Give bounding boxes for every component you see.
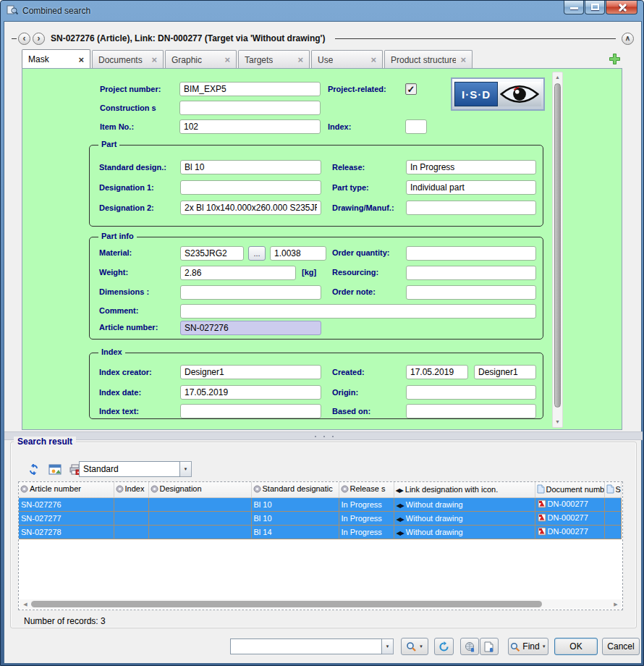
table-horizontal-scrollbar[interactable]: ◀ ▶ xyxy=(20,599,622,609)
refresh-results-button[interactable] xyxy=(25,461,41,477)
maximize-button[interactable] xyxy=(585,1,605,14)
column-header-s[interactable]: S xyxy=(604,482,621,497)
resourcing-input[interactable] xyxy=(406,266,536,280)
tab-use[interactable]: Use × xyxy=(311,50,383,69)
cancel-button[interactable]: Cancel xyxy=(602,638,640,655)
column-header-standard-designation[interactable]: Standard designatic xyxy=(251,482,339,497)
comment-input[interactable] xyxy=(180,304,536,319)
cell-s[interactable] xyxy=(604,511,621,525)
material-number-input[interactable] xyxy=(270,246,326,261)
cell-article-number[interactable]: SN-027276 xyxy=(19,497,114,511)
form-vertical-scrollbar[interactable]: ▲ ▼ xyxy=(552,72,563,428)
table-row[interactable]: SN-027278 Bl 14 In Progress ◀▶Without dr… xyxy=(19,525,621,539)
drawing-manuf-input[interactable] xyxy=(406,201,536,215)
scrollbar-thumb[interactable] xyxy=(31,601,542,607)
preset-dropdown-button[interactable]: ▼ xyxy=(180,461,192,477)
cell-release[interactable]: In Progress xyxy=(339,511,394,525)
index-creator-input[interactable] xyxy=(180,365,321,379)
cell-document-number[interactable]: DN-000277 xyxy=(535,497,604,511)
find-button[interactable]: Find ▼ xyxy=(508,638,548,655)
cell-designation[interactable] xyxy=(148,511,251,525)
column-header-index[interactable]: Index xyxy=(114,482,148,497)
column-header-link-designation[interactable]: ◀▶Link designation with icon. xyxy=(394,482,535,497)
standard-design-input[interactable] xyxy=(180,160,321,174)
show-result-window-button[interactable] xyxy=(47,461,63,477)
tab-close-icon[interactable]: × xyxy=(293,54,303,65)
tab-close-icon[interactable]: × xyxy=(366,54,376,65)
search-settings-button[interactable]: ▼ xyxy=(401,638,428,655)
release-input[interactable] xyxy=(406,160,536,174)
scroll-down-icon[interactable]: ▼ xyxy=(553,417,562,427)
order-note-input[interactable] xyxy=(406,285,536,300)
tab-documents[interactable]: Documents × xyxy=(92,50,164,69)
cell-standard-designation[interactable]: Bl 14 xyxy=(251,525,339,539)
collapse-button[interactable]: ∧ xyxy=(622,33,634,45)
scroll-up-icon[interactable]: ▲ xyxy=(553,72,562,83)
column-header-article-number[interactable]: Article number xyxy=(19,482,114,497)
item-no-input[interactable] xyxy=(179,119,321,134)
table-row[interactable]: SN-027276 Bl 10 In Progress ◀▶Without dr… xyxy=(19,497,621,511)
load-settings-button[interactable] xyxy=(460,638,479,655)
save-settings-button[interactable] xyxy=(480,638,499,655)
title-bar[interactable]: Combined search xyxy=(1,1,643,21)
nav-back-button[interactable]: ‹ xyxy=(18,33,30,45)
tab-close-icon[interactable]: × xyxy=(456,54,466,65)
refresh-button[interactable] xyxy=(434,638,454,655)
cell-index[interactable] xyxy=(114,497,148,511)
column-header-designation[interactable]: Designation xyxy=(148,482,251,497)
cell-release[interactable]: In Progress xyxy=(339,525,394,539)
cell-link-designation[interactable]: ◀▶Without drawing xyxy=(394,511,535,525)
cell-link-designation[interactable]: ◀▶Without drawing xyxy=(394,497,535,511)
close-button[interactable] xyxy=(606,1,637,14)
tab-product-structure[interactable]: Product structure × xyxy=(384,50,473,69)
column-header-release[interactable]: Release s xyxy=(339,482,394,497)
tab-close-icon[interactable]: × xyxy=(220,54,230,65)
cell-designation[interactable] xyxy=(148,525,251,539)
index-input[interactable] xyxy=(405,119,427,134)
project-number-input[interactable] xyxy=(179,82,321,96)
cell-article-number[interactable]: SN-027277 xyxy=(19,511,114,525)
designation2-input[interactable] xyxy=(180,201,321,215)
footer-combo-dropdown-button[interactable]: ▼ xyxy=(382,638,394,654)
tab-close-icon[interactable]: × xyxy=(147,54,157,65)
cell-index[interactable] xyxy=(114,525,148,539)
cell-document-number[interactable]: DN-000277 xyxy=(535,525,604,539)
cell-release[interactable]: In Progress xyxy=(339,497,394,511)
add-tab-button[interactable] xyxy=(609,53,621,65)
material-input[interactable] xyxy=(180,246,244,261)
weight-input[interactable] xyxy=(180,266,296,280)
cell-standard-designation[interactable]: Bl 10 xyxy=(251,497,339,511)
ok-button[interactable]: OK xyxy=(554,638,598,655)
result-view-preset-input[interactable] xyxy=(79,461,180,477)
material-browse-button[interactable]: ... xyxy=(248,246,266,261)
designation1-input[interactable] xyxy=(180,180,321,195)
index-date-input[interactable] xyxy=(180,385,321,400)
part-type-input[interactable] xyxy=(406,180,536,195)
created-by-input[interactable] xyxy=(474,365,536,379)
origin-input[interactable] xyxy=(406,385,536,400)
construction-input[interactable] xyxy=(179,101,321,115)
cell-article-number[interactable]: SN-027278 xyxy=(19,525,114,539)
scrollbar-thumb[interactable] xyxy=(554,83,561,408)
nav-forward-button[interactable]: › xyxy=(33,33,45,45)
footer-combo-input[interactable] xyxy=(230,638,382,654)
tab-targets[interactable]: Targets × xyxy=(238,50,310,69)
project-related-checkbox[interactable]: ✓ xyxy=(405,83,417,95)
based-on-input[interactable] xyxy=(406,404,536,418)
cell-designation[interactable] xyxy=(148,497,251,511)
scroll-right-icon[interactable]: ▶ xyxy=(611,599,620,609)
cell-index[interactable] xyxy=(114,511,148,525)
scroll-left-icon[interactable]: ◀ xyxy=(21,599,30,609)
cell-link-designation[interactable]: ◀▶Without drawing xyxy=(394,525,535,539)
splitter-handle[interactable] xyxy=(4,431,643,440)
cell-document-number[interactable]: DN-000277 xyxy=(535,511,604,525)
tab-close-icon[interactable]: × xyxy=(74,54,84,65)
minimize-button[interactable] xyxy=(564,1,584,14)
created-date-input[interactable] xyxy=(406,365,468,379)
tab-graphic[interactable]: Graphic × xyxy=(165,50,237,69)
cell-s[interactable] xyxy=(604,525,621,539)
cell-s[interactable] xyxy=(604,497,621,511)
order-quantity-input[interactable] xyxy=(406,246,536,261)
index-text-input[interactable] xyxy=(180,404,321,418)
table-row[interactable]: SN-027277 Bl 10 In Progress ◀▶Without dr… xyxy=(19,511,621,525)
